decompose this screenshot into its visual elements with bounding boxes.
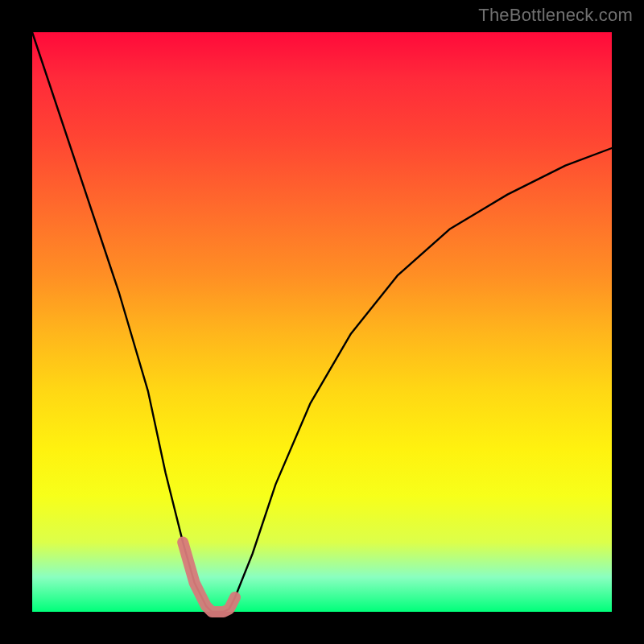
bottleneck-curve [32, 32, 612, 612]
highlight-segment [183, 543, 235, 612]
outer-frame: TheBottleneck.com [0, 0, 644, 644]
chart-area [32, 32, 612, 612]
watermark-text: TheBottleneck.com [478, 5, 633, 26]
curve-svg [32, 32, 612, 612]
